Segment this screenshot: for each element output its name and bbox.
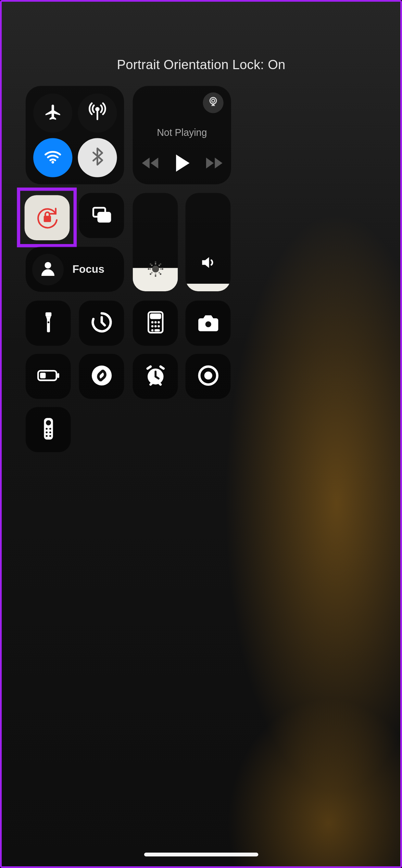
airplay-button[interactable] xyxy=(203,92,223,113)
fastforward-button[interactable] xyxy=(205,156,223,170)
wifi-icon xyxy=(43,147,63,169)
focus-label: Focus xyxy=(72,263,104,276)
rectangles-icon xyxy=(89,203,113,229)
svg-point-25 xyxy=(154,325,156,327)
focus-avatar xyxy=(32,254,64,285)
cellular-data-button[interactable] xyxy=(78,93,117,132)
svg-rect-17 xyxy=(45,312,51,316)
alarm-icon xyxy=(143,363,167,389)
rewind-button[interactable] xyxy=(141,156,159,170)
screen-mirroring-button[interactable] xyxy=(79,193,124,238)
svg-point-3 xyxy=(210,98,216,104)
svg-rect-6 xyxy=(98,213,110,221)
play-button[interactable] xyxy=(173,153,191,173)
orientation-lock-button[interactable] xyxy=(25,195,70,240)
volume-slider[interactable] xyxy=(186,193,231,291)
svg-rect-28 xyxy=(154,329,160,331)
media-transport xyxy=(133,150,231,177)
svg-point-1 xyxy=(51,161,54,164)
svg-point-21 xyxy=(151,321,153,323)
svg-point-37 xyxy=(204,371,212,379)
airplane-icon xyxy=(43,102,63,124)
battery-icon xyxy=(36,363,60,389)
svg-point-46 xyxy=(49,435,51,437)
svg-rect-20 xyxy=(150,314,160,318)
focus-button[interactable]: Focus xyxy=(26,247,124,292)
shazam-button[interactable] xyxy=(79,354,124,399)
svg-point-0 xyxy=(96,108,99,111)
flashlight-icon xyxy=(36,310,60,336)
svg-point-26 xyxy=(158,325,160,327)
svg-point-41 xyxy=(46,427,48,430)
media-card[interactable]: Not Playing xyxy=(133,86,231,184)
bluetooth-button[interactable] xyxy=(78,138,117,177)
speaker-icon xyxy=(186,253,231,272)
svg-point-23 xyxy=(158,321,160,323)
apple-tv-remote-button[interactable] xyxy=(26,407,71,452)
svg-point-14 xyxy=(159,265,159,266)
low-power-mode-button[interactable] xyxy=(26,354,71,399)
control-center-screen: Portrait Orientation Lock: On xyxy=(0,0,402,868)
svg-point-18 xyxy=(47,321,49,323)
svg-point-9 xyxy=(155,264,156,264)
svg-point-44 xyxy=(49,431,51,433)
airplay-icon xyxy=(207,96,219,110)
volume-fill xyxy=(186,283,231,291)
person-icon xyxy=(38,258,58,280)
shazam-icon xyxy=(89,363,113,389)
svg-point-45 xyxy=(46,435,48,437)
svg-point-2 xyxy=(212,99,215,102)
status-title: Portrait Orientation Lock: On xyxy=(2,57,401,72)
screen-record-button[interactable] xyxy=(186,354,231,399)
airplane-mode-button[interactable] xyxy=(33,93,72,132)
svg-point-34 xyxy=(91,365,111,385)
timer-icon xyxy=(89,310,113,336)
svg-point-27 xyxy=(151,329,153,331)
svg-rect-33 xyxy=(40,372,45,378)
wifi-button[interactable] xyxy=(33,138,72,177)
svg-point-7 xyxy=(45,262,51,268)
svg-point-42 xyxy=(49,427,51,430)
record-icon xyxy=(196,363,220,389)
timer-button[interactable] xyxy=(79,301,124,346)
orientation-lock-highlight xyxy=(17,188,77,247)
bluetooth-icon xyxy=(88,147,107,169)
calculator-button[interactable] xyxy=(133,301,178,346)
svg-point-24 xyxy=(151,325,153,327)
apple-tv-remote-icon xyxy=(36,417,60,443)
svg-rect-4 xyxy=(43,216,51,222)
svg-rect-32 xyxy=(57,373,59,378)
alarm-button[interactable] xyxy=(133,354,178,399)
connectivity-card[interactable] xyxy=(26,86,124,184)
calculator-icon xyxy=(143,310,167,336)
camera-icon xyxy=(196,310,220,336)
svg-point-43 xyxy=(46,431,48,433)
antenna-icon xyxy=(88,102,107,124)
svg-point-13 xyxy=(151,265,152,266)
flashlight-button[interactable] xyxy=(26,301,71,346)
svg-point-22 xyxy=(154,321,156,323)
home-indicator[interactable] xyxy=(144,853,258,856)
orientation-lock-icon xyxy=(35,204,60,231)
camera-button[interactable] xyxy=(186,301,231,346)
now-playing-label: Not Playing xyxy=(133,127,231,139)
brightness-fill xyxy=(133,268,178,291)
brightness-slider[interactable] xyxy=(133,193,178,291)
